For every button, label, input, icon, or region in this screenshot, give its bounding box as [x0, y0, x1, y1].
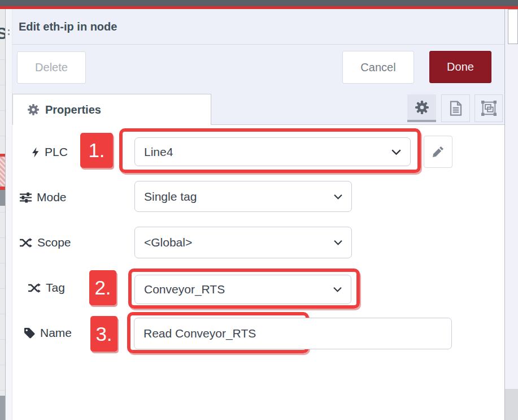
scope-select[interactable]: <Global> — [134, 227, 352, 258]
annotation-step-1-badge: 1. — [80, 133, 113, 168]
annotation-step-2-badge: 2. — [89, 270, 116, 305]
gear-icon — [415, 101, 429, 114]
properties-tab-button[interactable] — [407, 94, 436, 122]
resize-grip-icon — [8, 29, 10, 35]
delete-button[interactable]: Delete — [17, 51, 86, 84]
workspace-text-fragment: S — [0, 24, 5, 43]
scope-field-label: Scope — [20, 233, 71, 252]
chevron-down-icon — [391, 149, 401, 155]
cancel-button[interactable]: Cancel — [342, 51, 414, 84]
document-icon — [450, 101, 462, 116]
dialog-title: Edit eth-ip in node — [19, 20, 117, 33]
annotation-step-3-badge: 3. — [90, 316, 117, 352]
tag-select[interactable]: Conveyor_RTS — [134, 275, 351, 304]
scrollbar-footer-fragment — [505, 389, 518, 420]
pencil-icon — [433, 146, 443, 157]
shuffle-icon — [28, 283, 41, 293]
scrollbar-thumb[interactable] — [508, 9, 518, 44]
edit-plc-config-button[interactable] — [424, 136, 452, 168]
workspace-node-fragment — [0, 190, 5, 206]
workspace-footer-fragment — [0, 396, 5, 420]
appearance-icon — [481, 101, 497, 116]
tray-resize-handle[interactable] — [5, 9, 12, 420]
name-field-label: Name — [24, 324, 72, 342]
sliders-icon — [20, 192, 32, 203]
plc-field-label: PLC — [31, 143, 68, 161]
name-input[interactable] — [134, 318, 452, 349]
gear-icon — [28, 104, 39, 115]
chevron-down-icon — [334, 240, 342, 245]
description-tab-button[interactable] — [441, 94, 470, 122]
chevron-down-icon — [334, 194, 342, 200]
tab-properties[interactable]: Properties — [12, 94, 211, 125]
mode-field-label: Mode — [20, 188, 67, 206]
tab-properties-label: Properties — [45, 103, 101, 116]
tag-field-label: Tag — [28, 279, 65, 297]
app-header-bar — [0, 0, 518, 6]
tag-icon — [24, 328, 35, 339]
workspace-background-strip: S — [0, 9, 5, 420]
bolt-icon — [31, 146, 40, 158]
done-button[interactable]: Done — [429, 51, 491, 83]
mode-select[interactable]: Single tag — [134, 181, 352, 212]
plc-select[interactable]: Line4 — [134, 137, 411, 166]
workspace-node-fragment — [0, 157, 5, 187]
appearance-tab-button[interactable] — [475, 94, 503, 122]
dialog-separator — [12, 44, 504, 45]
shuffle-icon — [20, 238, 32, 248]
chevron-down-icon — [333, 287, 342, 292]
dialog-form-panel — [12, 124, 504, 420]
scrollbar-track[interactable] — [505, 9, 518, 420]
